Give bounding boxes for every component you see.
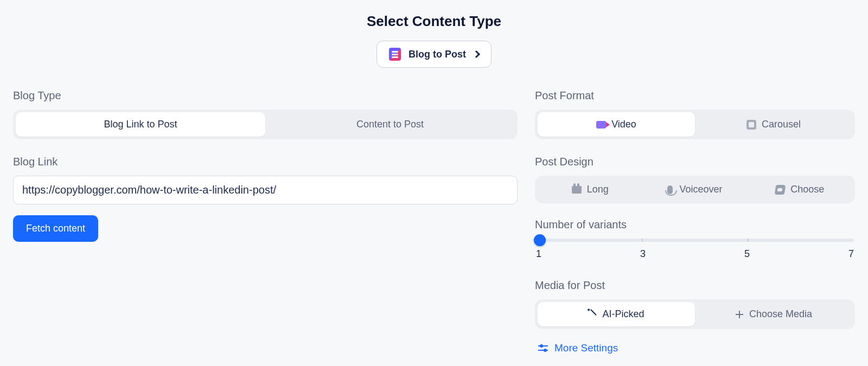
- slider-labels: 1 3 5 7: [536, 248, 854, 260]
- content-type-button[interactable]: Blog to Post: [376, 41, 492, 68]
- document-icon: [389, 48, 401, 61]
- plus-icon: [735, 310, 744, 319]
- slider-tick: [642, 239, 643, 242]
- slider-max-label: 7: [848, 248, 854, 260]
- blog-type-option-link[interactable]: Blog Link to Post: [16, 112, 265, 137]
- post-format-option-label: Video: [611, 119, 636, 130]
- post-design-option-voiceover[interactable]: Voiceover: [642, 178, 747, 201]
- clapperboard-icon: [572, 186, 582, 194]
- media-option-label: Choose Media: [749, 309, 812, 320]
- post-design-option-label: Voiceover: [679, 184, 722, 195]
- blog-type-toggle: Blog Link to Post Content to Post: [13, 110, 518, 139]
- layers-icon: [775, 185, 786, 195]
- post-format-toggle: Video Carousel: [535, 110, 855, 139]
- content-type-label: Blog to Post: [409, 49, 466, 60]
- slider-mid1-label: 3: [640, 248, 646, 260]
- fetch-content-button[interactable]: Fetch content: [13, 215, 98, 242]
- more-settings-label: More Settings: [554, 342, 618, 354]
- post-design-label: Post Design: [535, 156, 855, 168]
- blog-type-option-label: Blog Link to Post: [104, 119, 177, 130]
- slider-track: [536, 239, 854, 242]
- post-design-option-choose[interactable]: Choose: [748, 178, 852, 201]
- video-icon: [596, 121, 606, 129]
- media-option-ai[interactable]: AI-Picked: [538, 302, 695, 326]
- slider-thumb[interactable]: [534, 234, 546, 246]
- post-format-option-carousel[interactable]: Carousel: [695, 112, 852, 137]
- blog-type-option-content[interactable]: Content to Post: [265, 112, 515, 137]
- post-format-label: Post Format: [535, 89, 855, 102]
- variants-label: Number of variants: [535, 219, 855, 231]
- carousel-icon: [746, 120, 756, 130]
- media-option-label: AI-Picked: [602, 309, 644, 320]
- blog-type-label: Blog Type: [13, 89, 518, 102]
- more-settings-link[interactable]: More Settings: [538, 342, 855, 354]
- sliders-icon: [538, 344, 548, 352]
- media-label: Media for Post: [535, 279, 855, 292]
- blog-link-label: Blog Link: [13, 156, 518, 168]
- post-design-option-label: Choose: [790, 184, 824, 195]
- post-design-option-label: Long: [587, 184, 609, 195]
- variants-slider[interactable]: 1 3 5 7: [536, 239, 854, 260]
- post-design-toggle: Long Voiceover Choose: [535, 176, 855, 203]
- slider-mid2-label: 5: [744, 248, 750, 260]
- slider-tick: [748, 239, 749, 242]
- chevron-right-icon: [473, 50, 480, 58]
- media-option-choose[interactable]: Choose Media: [695, 302, 852, 326]
- page-title: Select Content Type: [13, 13, 855, 30]
- magic-wand-icon: [588, 310, 597, 319]
- post-format-option-video[interactable]: Video: [538, 112, 695, 137]
- microphone-icon: [667, 185, 673, 194]
- content-type-selector-wrap: Blog to Post: [13, 41, 855, 68]
- post-design-option-long[interactable]: Long: [538, 178, 642, 201]
- media-toggle: AI-Picked Choose Media: [535, 299, 855, 329]
- post-format-option-label: Carousel: [762, 119, 801, 130]
- blog-link-input[interactable]: [13, 176, 518, 204]
- blog-type-option-label: Content to Post: [356, 119, 424, 130]
- slider-min-label: 1: [536, 248, 541, 260]
